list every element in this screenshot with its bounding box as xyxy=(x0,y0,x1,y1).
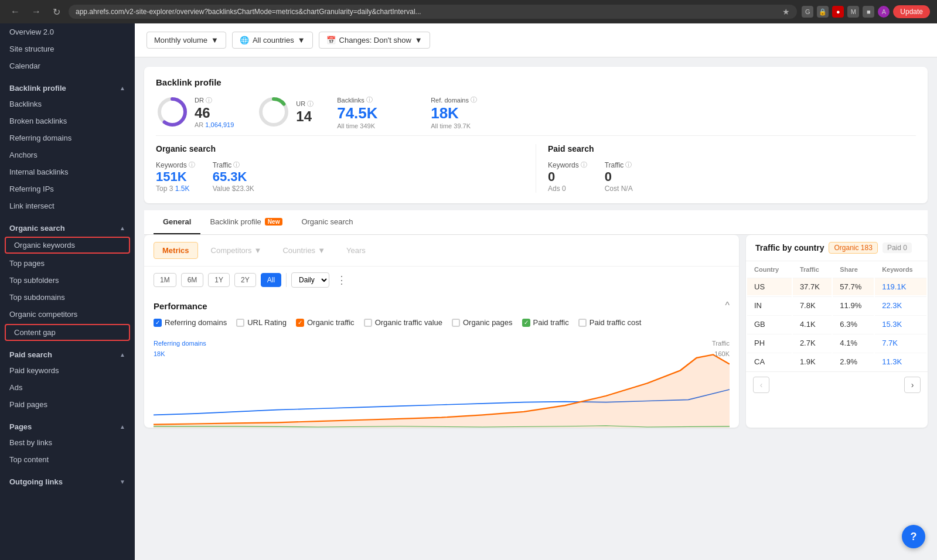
pages-chevron[interactable]: ▲ xyxy=(120,424,125,430)
sidebar-item-backlinks[interactable]: Backlinks xyxy=(0,95,135,112)
ext-icon-1[interactable]: G xyxy=(802,6,813,18)
check-url-rating[interactable]: URL Rating xyxy=(236,318,287,327)
sidebar-item-paid-pages[interactable]: Paid pages xyxy=(0,396,135,413)
more-options-button[interactable]: ⋮ xyxy=(334,274,349,286)
keywords-cell[interactable]: 15.3K xyxy=(875,315,926,333)
country-table-row[interactable]: US 37.7K 57.7% 119.1K xyxy=(747,278,926,295)
organic-kw-info[interactable]: ⓘ xyxy=(189,161,195,169)
performance-header: Performance ^ xyxy=(154,301,730,311)
check-paid-traffic-cost[interactable]: Paid traffic cost xyxy=(578,318,642,327)
ref-domains-value: 18K xyxy=(431,104,501,122)
col-traffic: Traffic xyxy=(793,262,832,276)
keywords-cell[interactable]: 119.1K xyxy=(875,278,926,295)
time-btn-1m[interactable]: 1M xyxy=(154,273,176,287)
organic-traffic-info[interactable]: ⓘ xyxy=(233,161,240,169)
country-table-row[interactable]: GB 4.1K 6.3% 15.3K xyxy=(747,315,926,333)
nav-refresh-button[interactable]: ↻ xyxy=(49,5,64,19)
paid-chevron[interactable]: ▲ xyxy=(120,351,125,358)
country-table-row[interactable]: CA 1.9K 2.9% 11.3K xyxy=(747,353,926,370)
tab-backlink-profile[interactable]: Backlink profile New xyxy=(200,210,292,234)
organic-badge[interactable]: Organic 183 xyxy=(829,242,877,254)
nav-back-button[interactable]: ← xyxy=(7,5,23,18)
check-organic-pages[interactable]: Organic pages xyxy=(452,318,513,327)
paid-search-title: Paid search xyxy=(548,144,916,153)
all-countries-button[interactable]: 🌐 All countries ▼ xyxy=(232,32,313,49)
next-page-button[interactable]: › xyxy=(904,377,921,393)
keywords-cell[interactable]: 7.7K xyxy=(875,334,926,351)
nav-forward-button[interactable]: → xyxy=(28,5,45,18)
country-table-row[interactable]: PH 2.7K 4.1% 7.7K xyxy=(747,334,926,351)
sidebar-item-top-content[interactable]: Top content xyxy=(0,451,135,468)
keywords-cell[interactable]: 22.3K xyxy=(875,296,926,314)
sidebar-item-referring-domains[interactable]: Referring domains xyxy=(0,129,135,146)
dr-info-icon[interactable]: ⓘ xyxy=(206,96,212,105)
sidebar-item-anchors[interactable]: Anchors xyxy=(0,146,135,163)
sidebar-item-internal-backlinks[interactable]: Internal backlinks xyxy=(0,163,135,180)
sidebar-item-site-structure[interactable]: Site structure xyxy=(0,40,135,57)
check-paid-traffic[interactable]: Paid traffic xyxy=(522,318,569,327)
sidebar-item-referring-ips[interactable]: Referring IPs xyxy=(0,180,135,197)
dr-metric: DR ⓘ 46 AR 1,064,919 xyxy=(156,95,234,128)
sidebar-item-best-by-links[interactable]: Best by links xyxy=(0,434,135,451)
user-avatar[interactable]: A xyxy=(878,6,890,18)
paid-traffic-info[interactable]: ⓘ xyxy=(625,161,632,169)
check-organic-traffic[interactable]: Organic traffic xyxy=(296,318,355,327)
organic-keywords-value: 151K xyxy=(156,169,195,185)
ref-domains-info-icon[interactable]: ⓘ xyxy=(471,95,477,104)
ext-icon-3[interactable]: ● xyxy=(832,6,844,18)
chart-tab-metrics[interactable]: Metrics xyxy=(154,242,198,259)
changes-label: Changes: Don't show xyxy=(339,36,411,45)
country-table-row[interactable]: IN 7.8K 11.9% 22.3K xyxy=(747,296,926,314)
sidebar-item-top-subdomains[interactable]: Top subdomains xyxy=(0,289,135,306)
granularity-select[interactable]: Daily xyxy=(291,272,329,288)
chart-legend-traffic: Traffic xyxy=(712,340,730,347)
sidebar-item-overview[interactable]: Overview 2.0 xyxy=(0,23,135,40)
tab-organic-search[interactable]: Organic search xyxy=(292,210,362,234)
sidebar-item-link-intersect[interactable]: Link intersect xyxy=(0,197,135,214)
check-referring-domains[interactable]: Referring domains xyxy=(154,318,227,327)
performance-section: Performance ^ Referring domains xyxy=(144,293,739,334)
backlinks-info-icon[interactable]: ⓘ xyxy=(366,95,373,104)
ar-value[interactable]: 1,064,919 xyxy=(205,121,234,128)
ur-info-icon[interactable]: ⓘ xyxy=(307,100,314,108)
paid-badge[interactable]: Paid 0 xyxy=(883,243,912,253)
paid-search-section-header: Paid search ▲ xyxy=(0,344,135,362)
performance-collapse-button[interactable]: ^ xyxy=(725,301,730,311)
monthly-volume-button[interactable]: Monthly volume ▼ xyxy=(146,32,226,49)
organic-chevron[interactable]: ▲ xyxy=(120,225,125,231)
help-fab-button[interactable]: ? xyxy=(902,525,925,548)
sidebar-item-ads[interactable]: Ads xyxy=(0,379,135,396)
sidebar-item-paid-keywords[interactable]: Paid keywords xyxy=(0,362,135,379)
update-button[interactable]: Update xyxy=(893,5,930,18)
cards-area: Backlink profile DR ⓘ 4 xyxy=(135,57,937,437)
paid-kw-info[interactable]: ⓘ xyxy=(581,161,587,169)
backlink-chevron[interactable]: ▲ xyxy=(120,85,125,91)
star-icon[interactable]: ★ xyxy=(782,7,790,16)
keywords-cell[interactable]: 11.3K xyxy=(875,353,926,370)
time-btn-6m[interactable]: 6M xyxy=(181,273,204,287)
outgoing-chevron[interactable]: ▼ xyxy=(120,479,125,485)
tab-general[interactable]: General xyxy=(154,210,200,234)
chart-tab-countries[interactable]: Countries ▼ xyxy=(274,243,333,258)
sidebar-item-top-pages[interactable]: Top pages xyxy=(0,255,135,272)
ref-domains-alltime: All time 39.7K xyxy=(431,122,501,129)
time-btn-2y[interactable]: 2Y xyxy=(234,273,256,287)
sidebar-item-content-gap[interactable]: Content gap xyxy=(5,324,130,341)
prev-page-button[interactable]: ‹ xyxy=(753,377,769,393)
ext-icon-2[interactable]: 🔒 xyxy=(817,6,829,18)
ext-icon-4[interactable]: M xyxy=(847,6,859,18)
sidebar-item-calendar[interactable]: Calendar xyxy=(0,57,135,74)
check-organic-traffic-value[interactable]: Organic traffic value xyxy=(364,318,442,327)
sidebar-item-organic-keywords[interactable]: Organic keywords xyxy=(5,237,130,254)
time-btn-1y[interactable]: 1Y xyxy=(208,273,230,287)
chart-tab-competitors[interactable]: Competitors ▼ xyxy=(203,243,270,258)
col-keywords: Keywords xyxy=(875,262,926,276)
changes-button[interactable]: 📅 Changes: Don't show ▼ xyxy=(319,32,430,49)
time-btn-all[interactable]: All xyxy=(261,273,281,287)
sidebar-item-broken-backlinks[interactable]: Broken backlinks xyxy=(0,112,135,129)
ext-icon-5[interactable]: ■ xyxy=(863,6,874,18)
globe-icon: 🌐 xyxy=(240,36,249,45)
sidebar-item-organic-competitors[interactable]: Organic competitors xyxy=(0,306,135,323)
sidebar-item-top-subfolders[interactable]: Top subfolders xyxy=(0,272,135,289)
chart-tab-years[interactable]: Years xyxy=(338,243,374,258)
